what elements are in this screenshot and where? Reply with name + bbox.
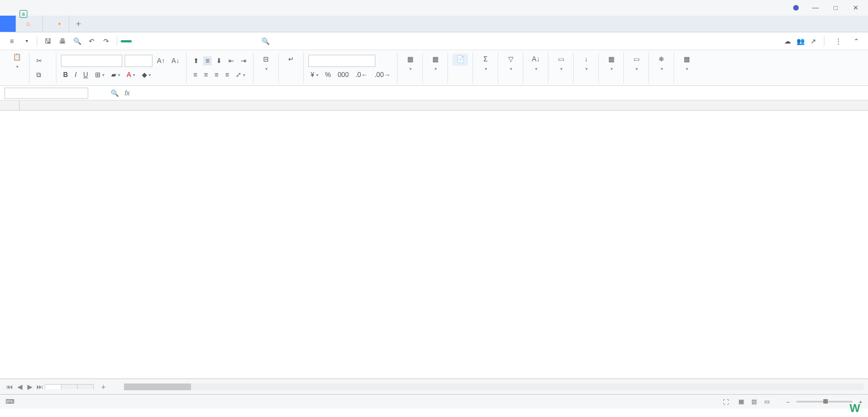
sync-status[interactable]: ☁ bbox=[784, 37, 791, 45]
column-headers[interactable] bbox=[20, 100, 868, 111]
close-button[interactable]: ✕ bbox=[848, 4, 864, 12]
align-center-button[interactable]: ≡ bbox=[202, 70, 210, 79]
align-bottom-button[interactable]: ⬇ bbox=[214, 56, 224, 65]
maximize-button[interactable]: □ bbox=[828, 4, 843, 12]
menu-start[interactable] bbox=[121, 40, 132, 42]
decrease-font-button[interactable]: A↓ bbox=[169, 56, 182, 65]
border-button[interactable]: ⊞ bbox=[93, 70, 107, 79]
increase-decimal-button[interactable]: .00→ bbox=[372, 70, 393, 79]
align-left-button[interactable]: ≡ bbox=[191, 70, 199, 79]
fullscreen-icon[interactable]: ⛶ bbox=[723, 399, 729, 405]
more-icon[interactable]: ⋮ bbox=[832, 35, 845, 47]
tab-add[interactable]: + bbox=[69, 16, 88, 32]
tab-home[interactable] bbox=[0, 16, 16, 32]
view-pagelayout-icon[interactable]: ▥ bbox=[748, 398, 760, 405]
view-normal-icon[interactable]: ▦ bbox=[736, 398, 747, 405]
sheet-nav-prev[interactable]: ◀ bbox=[15, 383, 25, 391]
rowcol-button[interactable]: ▦ bbox=[603, 54, 619, 73]
undo-icon[interactable]: ↶ bbox=[85, 35, 98, 47]
align-right-button[interactable]: ≡ bbox=[212, 70, 221, 79]
sheet-nav-last[interactable]: ⏭ bbox=[35, 383, 45, 391]
keyboard-icon[interactable]: ⌨ bbox=[6, 398, 15, 405]
user-dot-icon[interactable] bbox=[793, 5, 799, 11]
menu-review[interactable] bbox=[182, 39, 193, 44]
fill-button[interactable]: ↓ bbox=[578, 54, 594, 73]
collapse-ribbon-icon[interactable]: ⌃ bbox=[850, 35, 862, 47]
number-format-select[interactable] bbox=[308, 55, 375, 67]
orientation-button[interactable]: ⤢ bbox=[233, 70, 247, 79]
bold-button[interactable]: B bbox=[61, 70, 70, 79]
worksheet-button[interactable]: ▭ bbox=[628, 54, 644, 73]
menu-insert[interactable] bbox=[133, 39, 144, 44]
font-name-select[interactable] bbox=[61, 55, 122, 67]
redo-icon[interactable]: ↷ bbox=[100, 35, 112, 47]
name-box[interactable] bbox=[4, 88, 88, 99]
wrap-text-button[interactable]: ↵ bbox=[283, 54, 299, 66]
indent-increase-button[interactable]: ⇥ bbox=[239, 56, 249, 65]
tab-workbook[interactable]: S● bbox=[43, 16, 69, 32]
share-button[interactable]: ↗ bbox=[810, 37, 816, 45]
font-color-button[interactable]: A bbox=[125, 70, 137, 79]
currency-button[interactable]: ¥ bbox=[308, 70, 321, 79]
table-style-button[interactable]: ▦ bbox=[427, 54, 443, 73]
freeze-button[interactable]: ❄ bbox=[654, 54, 669, 73]
sheet-tab-in[interactable] bbox=[61, 384, 78, 389]
format-button[interactable]: ▭ bbox=[553, 54, 569, 73]
format-painter-button[interactable] bbox=[47, 74, 51, 75]
font-size-select[interactable] bbox=[125, 55, 152, 67]
sheet-nav-first[interactable]: ⏮ bbox=[4, 383, 15, 391]
align-justify-button[interactable]: ≡ bbox=[223, 70, 231, 79]
sheet-tab-active[interactable] bbox=[45, 384, 61, 389]
menu-devtools[interactable] bbox=[219, 39, 230, 44]
tab-template-store[interactable]: ♨ bbox=[16, 16, 43, 32]
doc-helper-button[interactable]: 📄 bbox=[452, 54, 468, 66]
collab-button[interactable]: 👥 bbox=[797, 37, 805, 45]
filter-button[interactable]: ▽ bbox=[503, 54, 518, 73]
menu-formula[interactable] bbox=[158, 39, 169, 44]
sheet-tab-add[interactable]: + bbox=[93, 380, 113, 394]
fill-color-button[interactable]: ▰ bbox=[109, 70, 122, 79]
spreadsheet-grid[interactable] bbox=[0, 100, 868, 378]
menu-search[interactable]: 🔍 bbox=[256, 35, 275, 47]
increase-font-button[interactable]: A↑ bbox=[155, 56, 167, 65]
align-top-button[interactable]: ⬆ bbox=[191, 56, 201, 65]
fx-zoom-icon[interactable]: 🔍 bbox=[111, 89, 119, 97]
indent-decrease-button[interactable]: ⇤ bbox=[226, 56, 236, 65]
print-preview-icon[interactable]: 🔍 bbox=[71, 35, 83, 47]
percent-button[interactable]: % bbox=[323, 70, 333, 79]
sum-button[interactable]: Σ bbox=[478, 54, 493, 73]
menu-special[interactable] bbox=[231, 39, 242, 44]
horizontal-scrollbar[interactable] bbox=[124, 384, 864, 390]
paste-button[interactable]: 📋 bbox=[9, 51, 25, 70]
underline-button[interactable]: U bbox=[81, 70, 90, 79]
sheet-body[interactable] bbox=[20, 111, 868, 378]
menu-pagelayout[interactable] bbox=[145, 39, 156, 44]
view-pagebreak-icon[interactable]: ▭ bbox=[761, 398, 772, 405]
file-menu[interactable]: ▾ bbox=[20, 37, 32, 45]
hamburger-icon[interactable]: ≡ bbox=[6, 35, 18, 47]
decrease-decimal-button[interactable]: .0← bbox=[353, 70, 370, 79]
save-icon[interactable]: 🖫 bbox=[42, 35, 54, 47]
sort-button[interactable]: A↓ bbox=[528, 54, 543, 73]
italic-button[interactable]: I bbox=[73, 70, 79, 79]
sheet-nav-next[interactable]: ▶ bbox=[25, 383, 35, 391]
zoom-out-button[interactable]: − bbox=[786, 399, 789, 405]
select-all-corner[interactable] bbox=[0, 100, 20, 111]
zoom-slider[interactable] bbox=[797, 401, 852, 402]
menu-view[interactable] bbox=[194, 39, 206, 44]
minimize-button[interactable]: — bbox=[808, 4, 823, 12]
align-middle-button[interactable]: ≡ bbox=[203, 56, 212, 65]
fx-icon[interactable]: fx bbox=[125, 89, 130, 97]
print-icon[interactable]: 🖶 bbox=[56, 35, 69, 47]
menu-security[interactable] bbox=[207, 39, 218, 44]
copy-button[interactable]: ⧉ bbox=[34, 70, 45, 79]
sheet-tab-out[interactable] bbox=[77, 384, 94, 389]
thousands-button[interactable]: 000 bbox=[335, 70, 351, 79]
cut-button[interactable]: ✂ bbox=[34, 56, 45, 65]
menu-data[interactable] bbox=[170, 39, 181, 44]
table-tools-button[interactable]: ▦ bbox=[679, 54, 694, 73]
cond-format-button[interactable]: ▦ bbox=[402, 54, 418, 73]
menu-dochelp[interactable] bbox=[244, 39, 255, 44]
highlight-button[interactable]: ◆ bbox=[140, 70, 153, 79]
merge-center-button[interactable]: ⊟ bbox=[258, 54, 274, 73]
